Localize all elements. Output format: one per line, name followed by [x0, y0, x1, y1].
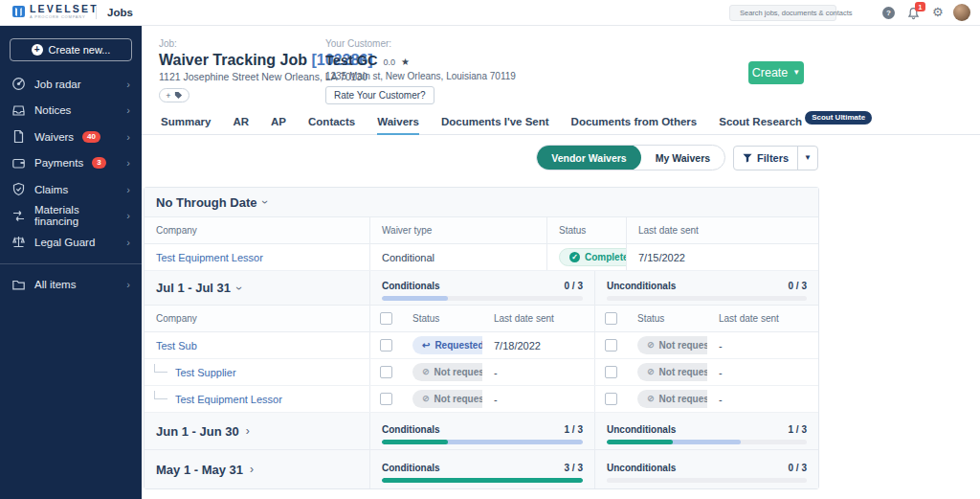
main-content: Job: Waiver Tracking Job [102286] 1121 J…: [142, 26, 980, 499]
waiver-type-cell: Conditional: [369, 244, 546, 270]
radar-icon: [11, 77, 26, 91]
sidebar-item-label: Notices: [34, 104, 71, 116]
caret-down-icon: ▼: [792, 69, 800, 77]
unconditionals-count: 0 / 3: [789, 463, 807, 473]
customer-header: Your Customer: Test GC 0.0 ★ 1235 Main s…: [325, 38, 516, 104]
company-link[interactable]: Test Supplier: [175, 367, 236, 378]
tab-ap[interactable]: AP: [271, 116, 286, 135]
chevron-right-icon: ›: [246, 424, 250, 438]
sidebar-item-legal-guard[interactable]: Legal Guard ›: [0, 229, 142, 256]
tab-waivers[interactable]: Waivers: [377, 116, 419, 135]
conditionals-count: 3 / 3: [565, 463, 583, 473]
create-new-label: Create new...: [49, 44, 111, 56]
vendor-waivers-toggle[interactable]: Vendor Waivers: [537, 145, 640, 170]
sidebar-item-notices[interactable]: Notices ›: [0, 98, 142, 125]
chevron-right-icon: ›: [126, 279, 130, 290]
sidebar-item-label: Legal Guard: [34, 237, 95, 248]
company-link[interactable]: Test Sub: [156, 340, 197, 352]
tab-summary[interactable]: Summary: [161, 116, 211, 135]
last-date-sent-cell: -: [707, 386, 818, 412]
column-company: Company: [145, 306, 369, 331]
create-button[interactable]: Create ▼: [748, 61, 804, 84]
help-icon[interactable]: ?: [882, 7, 895, 19]
chevron-right-icon: ›: [126, 237, 130, 248]
filters-caret-button[interactable]: ▼: [797, 147, 817, 170]
company-link[interactable]: Test Equipment Lessor: [175, 394, 282, 405]
section-toggle-may[interactable]: May 1 - May 31 ›: [145, 450, 369, 488]
column-last-date-sent: Last date sent: [626, 217, 818, 243]
row-checkbox[interactable]: [605, 393, 617, 405]
settings-gear-icon[interactable]: ⚙: [932, 4, 944, 21]
status-badge-not-requested: ⊘ Not requested: [637, 363, 707, 381]
chevron-right-icon: ›: [126, 210, 130, 221]
search-input[interactable]: Search jobs, documents & contacts: [729, 5, 836, 21]
section-title: No Through Date: [156, 195, 256, 210]
filters-button[interactable]: Filters: [734, 147, 797, 170]
chevron-right-icon: ›: [126, 104, 130, 116]
tab-scout-research[interactable]: Scout ResearchScout Ultimate: [719, 116, 872, 135]
sidebar-item-claims[interactable]: Claims ›: [0, 176, 142, 203]
row-checkbox[interactable]: [605, 366, 617, 378]
reply-arrow-icon: ↩: [422, 341, 430, 351]
select-all-checkbox[interactable]: [380, 312, 392, 325]
last-date-sent-cell: -: [482, 386, 594, 412]
section-no-through-date[interactable]: No Through Date ›: [145, 188, 818, 217]
sidebar-item-all-items[interactable]: All items ›: [0, 272, 142, 299]
status-badge-not-requested: ⊘ Not requested: [412, 390, 482, 408]
hierarchy-connector: [154, 391, 167, 399]
sidebar-item-waivers[interactable]: Waivers 40 ›: [0, 124, 142, 150]
funnel-icon: [743, 153, 752, 163]
last-date-sent-cell: -: [482, 359, 594, 385]
table-header: Company Waiver type Status Last date sen…: [145, 217, 818, 244]
tab-documents-ive-sent[interactable]: Documents I've Sent: [441, 116, 549, 135]
unconditionals-progress: Unconditionals 0 / 3: [595, 275, 818, 301]
tab-contacts[interactable]: Contacts: [308, 116, 355, 135]
conditionals-progress: Conditionals 3 / 3: [370, 457, 594, 483]
levelset-logo-icon: [11, 4, 26, 19]
chevron-right-icon: ›: [126, 184, 130, 195]
sidebar-item-materials-financing[interactable]: Materials financing ›: [0, 203, 142, 230]
company-link[interactable]: Test Equipment Lessor: [156, 252, 263, 263]
section-toggle-jun[interactable]: Jun 1 - Jun 30 ›: [145, 413, 369, 449]
row-checkbox[interactable]: [605, 339, 617, 352]
status-badge-not-requested: ⊘ Not requested: [412, 363, 482, 381]
sidebar-item-payments[interactable]: Payments 3 ›: [0, 150, 142, 177]
rate-customer-button[interactable]: Rate Your Customer?: [325, 86, 434, 104]
tabs-bar: Summary AR AP Contacts Waivers Documents…: [142, 116, 980, 135]
sidebar-item-job-radar[interactable]: Job radar ›: [0, 71, 142, 98]
row-checkbox[interactable]: [380, 339, 392, 352]
row-checkbox[interactable]: [380, 393, 392, 405]
select-all-checkbox[interactable]: [605, 312, 617, 325]
row-checkbox[interactable]: [380, 366, 392, 378]
table-row: Test Supplier ⊘ Not requested - ⊘ Not re…: [145, 359, 818, 386]
waivers-count-badge: 40: [82, 131, 100, 143]
add-tag-button[interactable]: +: [159, 88, 189, 102]
section-jun: Jun 1 - Jun 30 › Conditionals 1 / 3: [145, 413, 818, 450]
levelset-logo[interactable]: LEVELSET A PROCORE COMPANY: [11, 4, 99, 19]
wallet-icon: [11, 156, 26, 170]
status-badge-not-requested: ⊘ Not requested: [637, 336, 707, 354]
create-new-button[interactable]: + Create new...: [10, 38, 132, 61]
unconditionals-count: 1 / 3: [789, 424, 807, 435]
section-toggle-jul[interactable]: Jul 1 - Jul 31 ›: [145, 271, 369, 305]
waivers-table: No Through Date › Company Waiver type St…: [144, 187, 819, 489]
filter-bar: Vendor Waivers My Waivers Filters ▼: [536, 145, 818, 170]
search-placeholder: Search jobs, documents & contacts: [740, 9, 853, 17]
my-waivers-toggle[interactable]: My Waivers: [641, 145, 724, 170]
column-last-date-sent: Last date sent: [482, 306, 594, 331]
create-button-label: Create: [752, 66, 789, 79]
sidebar-divider: [0, 263, 142, 264]
table-row: Test Equipment Lessor Conditional ✓ Comp…: [145, 244, 818, 271]
sidebar-item-label: Payments: [34, 157, 83, 169]
chevron-right-icon: ›: [126, 131, 130, 143]
circle-icon: ⊘: [647, 368, 655, 376]
column-last-date-sent: Last date sent: [707, 306, 818, 331]
user-avatar[interactable]: [953, 4, 970, 21]
column-status: Status: [626, 306, 707, 331]
table-header: Company Status Last date sent Status Las…: [145, 306, 818, 332]
tab-ar[interactable]: AR: [233, 116, 249, 135]
unconditionals-count: 0 / 3: [789, 281, 807, 291]
tab-documents-from-others[interactable]: Documents from Others: [571, 116, 698, 135]
customer-label: Your Customer:: [325, 38, 516, 49]
status-badge-requested: ↩ Requested: [412, 336, 482, 354]
